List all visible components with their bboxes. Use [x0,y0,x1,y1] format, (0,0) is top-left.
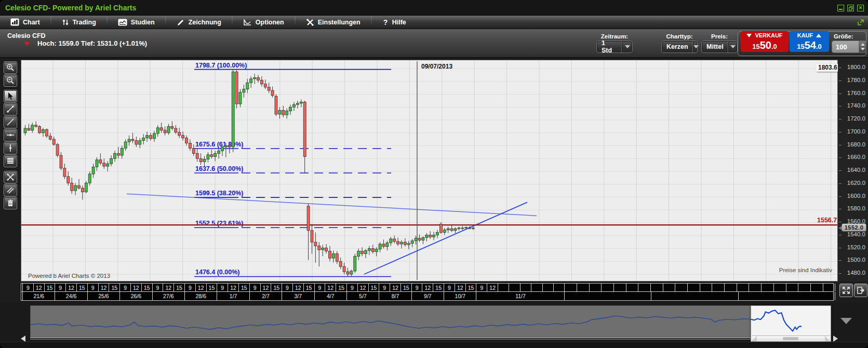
menu-separator [232,17,233,28]
zeitraum-dropdown[interactable]: 1 Std [596,41,633,53]
high-price-tag: 1803.6 [816,64,839,72]
zoom-out-icon [6,76,15,85]
tick-dash [839,209,842,209]
date-cell: 3/7 [282,292,314,300]
window-bottom-edge [0,342,868,348]
hour-cell [737,284,750,291]
preis-dropdown[interactable]: Mittel [701,41,738,53]
hour-cell [811,284,823,291]
price-tick-label: 1580.0 [847,205,865,211]
date-cell: 4/7 [315,292,347,300]
verkauf-button[interactable]: VERKAUF 1550.0 [741,31,789,52]
fullscreen-button[interactable] [839,284,853,297]
studies-icon [118,19,127,26]
tool-trend-segment-button[interactable] [4,103,17,115]
tool-vertical-line-button[interactable] [4,142,17,154]
price-tick-label: 1700.0 [847,128,865,135]
tool-horizontal-line-button[interactable] [4,129,17,141]
chart-plot-area[interactable]: 1798.7 (100.00%)1675.6 (61.80%)1637.6 (5… [21,60,838,282]
hour-cell: 12 [325,284,336,291]
disclaimer: Preise sind Indikativ [779,267,832,273]
menu-separator [295,17,296,28]
tick-dash [839,273,842,274]
menu-item-label: Optionen [256,19,284,26]
price-tick-label: 1780.0 [847,77,865,83]
navigator [0,302,868,342]
menu-bar: ChartTradingStudienZeichnungOptionenEins… [0,16,868,29]
watermark: Powered b Ariel Charts © 2013 [28,273,110,279]
price-line-label: 1556.7 [817,217,837,224]
tick-dash [839,260,842,261]
scroll-left-icon[interactable] [21,336,25,342]
kauf-button[interactable]: KAUF 1554.0 [790,31,829,52]
menu-item-chart[interactable]: Chart [0,16,50,29]
hour-cell: 15 [142,284,153,291]
hour-cell: 12 [293,284,304,291]
restore-icon[interactable] [847,5,854,11]
hour-cell [712,284,725,291]
menu-item-hilfe[interactable]: ?Hilfe [372,16,417,29]
sell-arrow-icon [746,34,752,37]
menu-item-optionen[interactable]: Optionen [233,16,295,29]
menu-item-label: Zeichnung [189,19,221,26]
tool-delete-button[interactable] [4,197,17,209]
price-tick-label: 1620.0 [847,180,865,186]
tool-parallel-lines-button[interactable] [4,184,17,196]
hour-cell [509,284,520,291]
time-axis[interactable]: 9121591215912159121591215912159121591215… [21,283,834,301]
line-icon [6,118,15,126]
minimize-icon[interactable] [837,5,844,11]
menu-item-zeichnung[interactable]: Zeichnung [166,16,232,29]
menu-item-studien[interactable]: Studien [108,16,165,29]
svg-text:1552.5 (23.61%): 1552.5 (23.61%) [195,220,243,227]
hour-cell: 15 [369,284,380,291]
svg-text:1599.5 (38.20%): 1599.5 (38.20%) [195,190,243,197]
tick-dash [839,183,842,184]
selection-right-handle[interactable] [825,336,830,341]
hour-cell [774,284,786,291]
tool-zoom-out-button[interactable] [4,74,17,87]
hour-cell [520,284,531,291]
delete-icon [6,199,15,207]
hour-cell [663,284,676,291]
price-axis[interactable]: 1800.01780.01760.01740.01720.01700.01680… [838,60,868,282]
menu-item-label: Studien [131,19,155,26]
tick-dash [839,222,842,222]
scroll-right-icon[interactable] [833,336,838,342]
groesse-stepper[interactable] [859,41,866,53]
tool-cross-lines-button[interactable] [4,171,17,183]
tick-dash [839,81,842,81]
tick-dash [839,248,842,248]
hour-cell: 12 [66,284,77,291]
hour-cell: 9 [282,284,293,291]
expand-arrows-icon [842,286,850,295]
trade-arrows-icon [62,18,69,26]
tool-line-button[interactable] [4,116,17,128]
date-cell: 28/6 [185,292,217,300]
close-icon[interactable]: ✕ [857,5,864,11]
hour-cell [700,284,713,291]
export-button[interactable] [854,284,867,297]
charttyp-dropdown[interactable]: Kerzen [661,41,698,53]
charttyp-label: Charttyp: [661,33,698,39]
buy-arrow-icon [816,34,821,37]
popout-icon[interactable] [857,18,865,28]
current-price-badge: 1552.0 [842,223,866,232]
groesse-label: Größe: [834,33,853,39]
selection-scrollbar[interactable] [752,336,830,341]
navigator-scroll-track[interactable] [30,338,751,340]
hour-cell: 12 [358,284,369,291]
selection-scroll-handle[interactable] [783,337,798,340]
menu-item-trading[interactable]: Trading [51,16,106,29]
svg-text:1476.4 (0.00%): 1476.4 (0.00%) [195,269,239,276]
menu-item-label: Einstellungen [318,19,360,26]
tool-zoom-in-button[interactable] [4,61,17,74]
menu-item-einstellungen[interactable]: Einstellungen [296,16,371,29]
tool-cursor-button[interactable] [4,90,17,102]
down-triangle-icon [24,42,30,46]
selection-left-handle[interactable] [752,336,757,341]
groesse-input[interactable]: 100 [832,41,859,53]
hour-cell [565,284,577,291]
navigator-collapse-icon[interactable] [840,318,852,324]
tool-fib-levels-button[interactable] [4,155,17,167]
